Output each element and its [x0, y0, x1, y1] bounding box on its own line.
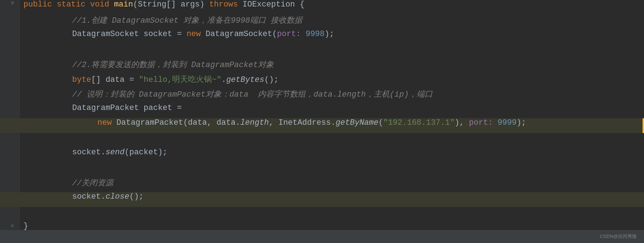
keyword-new-1: new: [187, 30, 206, 39]
var-data: data =: [105, 75, 139, 84]
status-bar: CSDN@吉冈秀隆: [0, 230, 644, 243]
code-container: ▽ public static void main ( String [] ar…: [0, 0, 644, 243]
var-packet: packet =: [144, 103, 182, 112]
code-line-5: //2.将需要发送的数据，封装到 DatagramPacket对象: [0, 59, 644, 74]
brace-open: {: [300, 0, 305, 9]
code-line-14: socket. close ();: [0, 192, 644, 207]
string-hello: "hello,: [139, 75, 172, 84]
keyword-throws: throws: [209, 0, 242, 9]
constructor-datagrampacket: DatagramPacket: [117, 118, 183, 127]
arg-data: data, data.: [188, 118, 240, 127]
close-1: );: [325, 30, 334, 39]
code-line-13: //关闭资源: [0, 177, 644, 192]
socket-close: socket.: [72, 192, 105, 201]
dot-1: .: [222, 75, 226, 84]
close-paren: ();: [129, 192, 144, 201]
comment-3: // 说明：封装的 DatagramPacket对象：data 内容字节数组，d…: [72, 89, 433, 100]
fold-icon-close: △: [11, 222, 14, 228]
string-close: ": [216, 75, 221, 84]
code-line-1: ▽ public static void main ( String [] ar…: [0, 0, 644, 15]
bracket-arr: []: [91, 75, 106, 84]
method-getbyname: getByName: [336, 118, 378, 127]
code-line-12: [0, 163, 644, 177]
type-datagrampacket: DatagramPacket: [72, 103, 144, 112]
field-length: length: [240, 118, 269, 127]
exception-ioexception: IOException: [242, 0, 299, 9]
code-line-11: socket. send (packet);: [0, 148, 644, 163]
keyword-static: static: [57, 0, 90, 9]
keyword-new-2: new: [97, 118, 117, 127]
keyword-public: public: [23, 0, 57, 9]
comma-1: ,: [269, 118, 278, 127]
constructor-datagramsocket: DatagramSocket: [206, 30, 272, 39]
param-args: args): [181, 0, 209, 9]
method-close: close: [105, 192, 129, 201]
keyword-byte: byte: [72, 75, 91, 84]
paren-2: (: [183, 118, 188, 127]
paren-3: (: [378, 118, 383, 127]
bracket: []: [166, 0, 181, 9]
type-datagramsocket: DatagramSocket: [72, 30, 144, 39]
number-9998: 9998: [306, 30, 325, 39]
code-line-10: [0, 133, 644, 148]
hint-port-2: port:: [469, 118, 498, 127]
code-line-3: DatagramSocket socket = new DatagramSock…: [0, 30, 644, 44]
dot-2: .: [331, 118, 336, 127]
code-area: ▽ public static void main ( String [] ar…: [0, 0, 644, 230]
method-getbytes: getBytes: [226, 75, 264, 84]
paren-1: (: [272, 30, 277, 39]
method-send: send: [105, 148, 124, 157]
comment-1: //1.创建 DatagramSocket 对象，准备在9998端口 接收数据: [72, 15, 302, 26]
paren-close-3: ),: [455, 118, 469, 127]
code-line-8: DatagramPacket packet =: [0, 103, 644, 118]
paren-open: (: [133, 0, 138, 9]
code-line-2: //1.创建 DatagramSocket 对象，准备在9998端口 接收数据: [0, 15, 644, 30]
paren-getbytes: ();: [264, 75, 279, 84]
code-line-9: new DatagramPacket ( data, data. length …: [0, 118, 644, 133]
yellow-bar: [643, 118, 644, 133]
code-line-15: [0, 207, 644, 222]
comment-close: //关闭资源: [72, 177, 113, 188]
code-line-7: // 说明：封装的 DatagramPacket对象：data 内容字节数组，d…: [0, 89, 644, 103]
send-args: (packet);: [124, 148, 167, 157]
number-9999: 9999: [498, 118, 517, 127]
method-main: main: [114, 0, 133, 9]
hint-port-1: port:: [277, 30, 306, 39]
socket-send: socket.: [72, 148, 105, 157]
code-line-6: byte [] data = "hello, 明天吃火锅~ " . getByt…: [0, 74, 644, 89]
var-socket: socket =: [144, 30, 187, 39]
string-ip: "192.168.137.1": [383, 118, 455, 127]
code-line-4: [0, 44, 644, 59]
status-text: CSDN@吉冈秀隆: [600, 233, 637, 240]
comment-2: //2.将需要发送的数据，封装到 DatagramPacket对象: [72, 59, 274, 70]
string-chinese: 明天吃火锅~: [172, 74, 216, 85]
fold-icon: ▽: [11, 0, 14, 6]
close-2: );: [517, 118, 526, 127]
brace-close: }: [23, 222, 28, 231]
keyword-void: void: [90, 0, 114, 9]
class-inetaddress: InetAddress: [279, 118, 331, 127]
string-type: String: [138, 0, 166, 9]
